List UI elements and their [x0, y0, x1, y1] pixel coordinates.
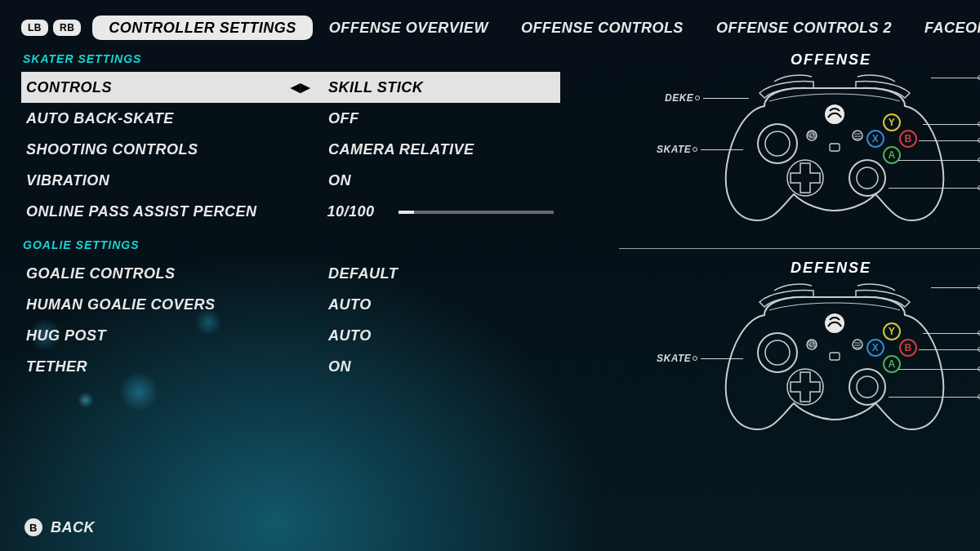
- bumper-hints: LB RB: [21, 20, 81, 36]
- slider-fill: [399, 211, 414, 214]
- row-label: CONTROLS: [26, 79, 287, 96]
- tab-offense-overview[interactable]: OFFENSE OVERVIEW: [313, 16, 505, 40]
- callout-dot-icon: [695, 96, 700, 100]
- slider-text: 10/100: [327, 203, 374, 220]
- tab-offense-controls-2[interactable]: OFFENSE CONTROLS 2: [700, 16, 908, 40]
- row-value: DEFAULT: [312, 265, 554, 282]
- callout-leader: [919, 140, 980, 141]
- row-label: TETHER: [26, 358, 287, 375]
- callout-deke: DEKE: [665, 92, 749, 104]
- callout-line: [701, 149, 743, 150]
- row-value: ON: [312, 358, 554, 375]
- row-label: AUTO BACK-SKATE: [26, 110, 287, 127]
- row-hug-post[interactable]: HUG POST ◀ ▶ AUTO: [21, 320, 560, 351]
- footer-label[interactable]: BACK: [51, 519, 95, 536]
- row-vibration[interactable]: VIBRATION ◀ ▶ ON: [21, 165, 560, 196]
- row-value: CAMERA RELATIVE: [312, 141, 554, 158]
- top-bar: LB RB CONTROLLER SETTINGS OFFENSE OVERVI…: [0, 14, 980, 42]
- callout-dot-icon: [693, 356, 697, 361]
- footer-hint: B BACK: [24, 518, 95, 536]
- callout-label: DEKE: [665, 92, 693, 104]
- callout-leader: [923, 124, 980, 125]
- row-label: SHOOTING CONTROLS: [26, 141, 287, 158]
- row-value: ON: [312, 172, 554, 189]
- callout-label: SKATE: [657, 353, 691, 364]
- callout-label: SKATE: [657, 144, 691, 155]
- b-button-icon: B: [24, 518, 42, 536]
- row-auto-back-skate[interactable]: AUTO BACK-SKATE ◀ ▶ OFF: [21, 103, 560, 134]
- diagram-title-defense: DEFENSE: [791, 260, 871, 277]
- row-label: ONLINE PASS ASSIST PERCEN: [26, 203, 287, 220]
- section-header-goalie: GOALIE SETTINGS: [23, 238, 560, 251]
- left-right-arrows-icon[interactable]: ◀ ▶: [287, 80, 312, 95]
- row-label: VIBRATION: [26, 172, 287, 189]
- controller-diagram-defense: [712, 284, 957, 447]
- controller-icon: [712, 284, 957, 447]
- row-label: HUMAN GOALIE COVERS: [26, 296, 287, 313]
- row-value: AUTO: [312, 327, 554, 344]
- callout-leader: [931, 287, 980, 288]
- row-label: HUG POST: [26, 327, 287, 344]
- row-online-pass-assist[interactable]: ONLINE PASS ASSIST PERCEN ◀ ▶ 10/100: [21, 196, 560, 227]
- row-shooting-controls[interactable]: SHOOTING CONTROLS ◀ ▶ CAMERA RELATIVE: [21, 134, 560, 165]
- tab-offense-controls[interactable]: OFFENSE CONTROLS: [505, 16, 700, 40]
- slider-track[interactable]: [399, 211, 554, 214]
- tab-controller-settings[interactable]: CONTROLLER SETTINGS: [92, 16, 313, 40]
- callout-leader: [889, 188, 980, 189]
- callout-leader: [931, 78, 980, 78]
- tab-bar: CONTROLLER SETTINGS OFFENSE OVERVIEW OFF…: [92, 16, 980, 40]
- row-goalie-controls[interactable]: GOALIE CONTROLS ◀ ▶ DEFAULT: [21, 258, 560, 289]
- row-human-goalie-covers[interactable]: HUMAN GOALIE COVERS ◀ ▶ AUTO: [21, 289, 560, 320]
- callout-leader: [919, 349, 980, 350]
- lb-bumper-icon: LB: [21, 20, 48, 36]
- callout-skate-defense: SKATE: [657, 353, 743, 364]
- callout-leader: [898, 369, 980, 370]
- callout-line: [703, 98, 749, 99]
- callout-leader: [898, 160, 980, 161]
- row-value: SKILL STICK: [312, 79, 554, 96]
- callout-skate-offense: SKATE: [657, 144, 743, 155]
- callout-leader: [923, 333, 980, 334]
- rb-bumper-icon: RB: [53, 20, 81, 36]
- callout-line: [701, 358, 743, 359]
- diagram-title-offense: OFFENSE: [791, 51, 871, 69]
- row-label: GOALIE CONTROLS: [26, 265, 287, 282]
- section-header-skater: SKATER SETTINGS: [23, 52, 560, 65]
- diagram-divider: [619, 248, 980, 249]
- row-value: 10/100: [310, 203, 554, 220]
- callout-leader: [889, 397, 980, 398]
- row-value: AUTO: [312, 296, 554, 313]
- row-value: OFF: [312, 110, 554, 127]
- settings-panel: SKATER SETTINGS CONTROLS ◀ ▶ SKILL STICK…: [21, 49, 560, 382]
- callout-dot-icon: [693, 147, 697, 152]
- row-tether[interactable]: TETHER ◀ ▶ ON: [21, 351, 560, 382]
- tab-faceoff[interactable]: FACEOFF: [908, 16, 980, 40]
- row-controls[interactable]: CONTROLS ◀ ▶ SKILL STICK: [21, 72, 560, 103]
